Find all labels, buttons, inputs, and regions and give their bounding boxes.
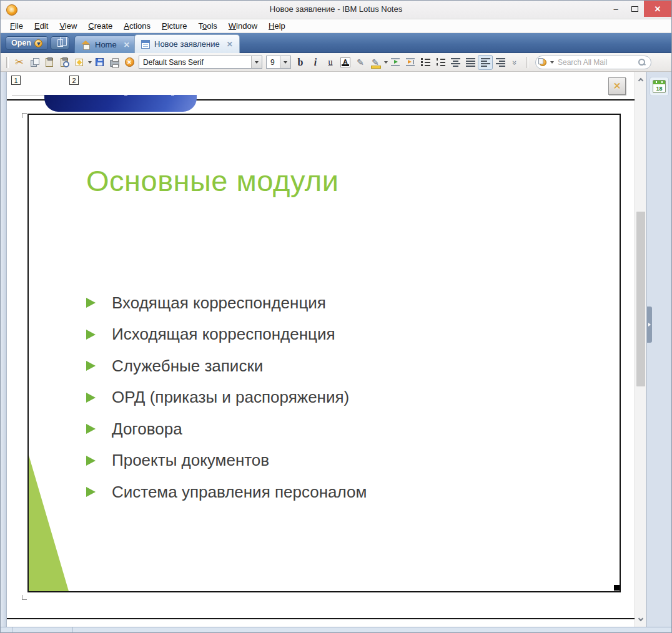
list-item: Входящая корреспонденция <box>86 287 367 319</box>
left-edge-strip <box>1 72 7 627</box>
outdent-icon <box>406 58 415 66</box>
font-family-select[interactable]: Default Sans Serif <box>139 56 262 69</box>
align-right-icon <box>496 58 505 67</box>
calendar-icon: 18 <box>653 80 666 93</box>
bullet-triangle-icon <box>86 487 96 497</box>
search-input[interactable] <box>556 57 636 67</box>
align-justify-button[interactable] <box>463 55 478 70</box>
vertical-scrollbar[interactable] <box>635 72 646 627</box>
more-tools-button[interactable]: » <box>508 55 523 70</box>
status-divider <box>12 627 12 633</box>
print-icon <box>110 60 119 67</box>
underline-icon: u <box>329 57 333 67</box>
tab-document-active[interactable]: Новое заявление ✕ <box>134 34 240 53</box>
align-left-icon <box>481 58 490 67</box>
highlighter-icon: ✎ <box>372 57 379 67</box>
menu-actions[interactable]: Actions <box>118 20 156 32</box>
permissions-icon: ✕ <box>125 57 134 67</box>
maximize-icon <box>631 6 638 12</box>
list-item: Проекты документов <box>86 445 367 477</box>
align-right-button[interactable] <box>493 55 508 70</box>
copy-icon <box>31 58 39 66</box>
scroll-down-icon[interactable] <box>635 614 646 624</box>
keytip-badge-1: 1 <box>11 76 21 85</box>
app-window: Новое заявление - IBM Lotus Notes – ✕ Fi… <box>0 0 672 633</box>
slide-corner-wedge <box>29 455 69 591</box>
bullet-triangle-icon <box>86 393 96 403</box>
underline-button[interactable]: u <box>323 55 338 70</box>
font-size-value: 9 <box>267 58 280 67</box>
text-color-button[interactable]: A <box>338 55 353 70</box>
tab-home-close-icon[interactable]: ✕ <box>124 41 130 49</box>
close-document-button[interactable]: ✕ <box>608 77 626 95</box>
slide-bullet-list: Входящая корреспонденция Исходящая корре… <box>86 287 367 508</box>
menu-window[interactable]: Window <box>223 20 263 32</box>
font-family-value: Default Sans Serif <box>139 58 251 67</box>
pages-icon <box>57 39 63 47</box>
highlighter-button[interactable]: ✎ <box>368 55 383 70</box>
menu-help[interactable]: Help <box>263 20 291 32</box>
bullet-triangle-icon <box>86 330 96 340</box>
permissions-button[interactable]: ✕ <box>122 55 137 70</box>
menu-file[interactable]: File <box>4 20 29 32</box>
list-item: Исходящая корреспонденция <box>86 319 367 351</box>
home-icon <box>81 41 91 49</box>
open-dropdown-icon <box>34 39 42 47</box>
cut-button[interactable]: ✂ <box>12 55 27 70</box>
sidebar-expand-handle[interactable] <box>647 307 652 343</box>
bold-button[interactable]: b <box>293 55 308 70</box>
form-bottom-rule <box>7 618 635 619</box>
italic-button[interactable]: i <box>308 55 323 70</box>
toolbar-grip[interactable] <box>6 57 9 68</box>
tab-home[interactable]: Home ✕ <box>74 36 137 53</box>
list-item: Система управления персоналом <box>86 476 367 508</box>
window-thumbnails-button[interactable] <box>51 36 69 50</box>
minimize-button[interactable]: – <box>606 1 625 17</box>
paste-special-button[interactable] <box>57 55 72 70</box>
menu-picture[interactable]: Picture <box>156 20 192 32</box>
cut-icon: ✂ <box>15 57 23 67</box>
numbered-list-button[interactable] <box>433 55 448 70</box>
menu-bar: File Edit View Create Actions Picture To… <box>1 19 671 33</box>
menu-tools[interactable]: Tools <box>192 20 222 32</box>
bulleted-list-button[interactable] <box>418 55 433 70</box>
more-tools-icon: » <box>510 61 520 64</box>
toolbar-grip-2[interactable] <box>526 57 528 68</box>
font-size-select[interactable]: 9 <box>266 56 291 69</box>
toolbar: ✂ ✕ Default Sans Serif 9 b i u A ✎ ✎ » <box>1 53 671 72</box>
pen-button[interactable]: ✎ <box>353 55 368 70</box>
new-document-button[interactable] <box>72 55 87 70</box>
embedded-slide-image[interactable]: Основные модули Входящая корреспонденция… <box>27 114 621 592</box>
align-center-button[interactable] <box>448 55 463 70</box>
image-resize-handle[interactable] <box>614 585 620 591</box>
list-item: ОРД (приказы и распоряжения) <box>86 382 367 414</box>
menu-edit[interactable]: Edit <box>29 20 54 32</box>
save-button[interactable] <box>92 55 107 70</box>
menu-create[interactable]: Create <box>82 20 118 32</box>
new-document-icon <box>76 59 83 66</box>
paste-icon <box>46 58 53 67</box>
slide-title: Основные модули <box>86 164 339 198</box>
document-icon <box>141 40 150 49</box>
copy-button[interactable] <box>27 55 42 70</box>
search-scope-dropdown-icon[interactable] <box>550 61 554 64</box>
menu-view[interactable]: View <box>54 20 82 32</box>
search-icon[interactable] <box>638 59 646 66</box>
maximize-button[interactable] <box>625 1 644 17</box>
list-item: Служебные записки <box>86 350 367 382</box>
indent-icon <box>391 58 400 66</box>
search-box[interactable] <box>535 56 651 69</box>
outdent-button[interactable] <box>403 55 418 70</box>
paste-button[interactable] <box>42 55 57 70</box>
open-list-button[interactable]: Open <box>6 36 48 50</box>
pen-icon: ✎ <box>357 57 364 67</box>
scrollbar-thumb[interactable] <box>636 212 645 386</box>
window-controls: – ✕ <box>606 1 671 17</box>
scroll-up-icon[interactable] <box>635 74 646 84</box>
print-button[interactable] <box>107 55 122 70</box>
close-button[interactable]: ✕ <box>644 1 671 17</box>
indent-button[interactable] <box>388 55 403 70</box>
align-left-button[interactable] <box>478 55 493 70</box>
calendar-sidebar-button[interactable]: 18 <box>650 77 669 96</box>
tab-document-close-icon[interactable]: ✕ <box>227 40 233 49</box>
